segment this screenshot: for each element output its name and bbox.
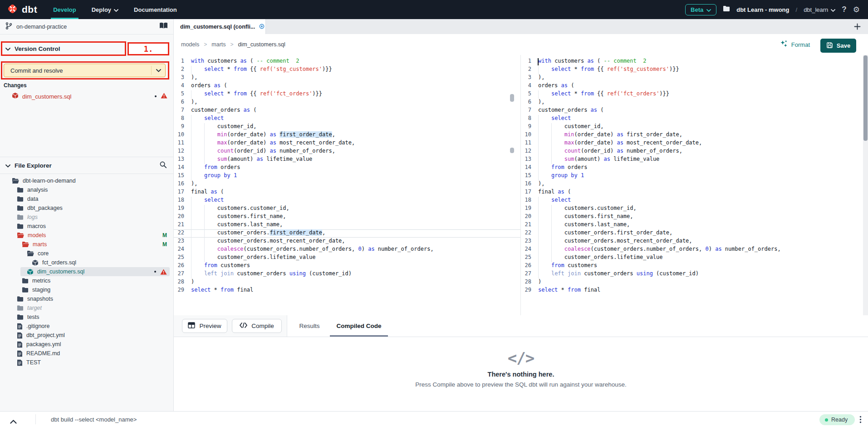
version-control-header[interactable]: Version Control: [5, 45, 60, 53]
code-line-8[interactable]: 8 select: [521, 115, 868, 123]
code-line-27[interactable]: 27 left join customer_orders using (cust…: [521, 270, 868, 278]
compile-button[interactable]: Compile: [232, 319, 282, 333]
breadcrumb-item[interactable]: models: [181, 41, 199, 48]
commit-and-resolve-button[interactable]: Commit and resolve: [4, 64, 166, 77]
code-line-4[interactable]: 4orders as (: [521, 82, 868, 90]
tree-item-dbt_packages[interactable]: dbt_packages: [0, 204, 173, 213]
code-line-28[interactable]: 28): [174, 278, 520, 287]
code-line-23[interactable]: 23 customer_orders.most_recent_order_dat…: [521, 238, 868, 246]
file-explorer-header[interactable]: File Explorer: [0, 157, 173, 174]
chevron-up-icon[interactable]: [10, 417, 17, 426]
scrollbar-marker[interactable]: [510, 148, 514, 153]
code-line-14[interactable]: 14 from orders: [174, 164, 520, 172]
breadcrumb-item[interactable]: marts: [211, 41, 226, 48]
code-line-5[interactable]: 5 select * from {{ ref('fct_orders')}}: [174, 90, 520, 99]
breadcrumb-item[interactable]: dim_customers.sql: [238, 41, 285, 48]
code-line-19[interactable]: 19 customers.customer_id,: [521, 205, 868, 213]
code-line-13[interactable]: 13 sum(amount) as lifetime_value: [521, 156, 868, 164]
tree-item-README.md[interactable]: README.md: [0, 349, 173, 358]
code-editor-right-pane[interactable]: 1with customers as ( -- comment 22 selec…: [520, 55, 868, 315]
code-line-28[interactable]: 28): [521, 278, 868, 287]
code-editor-left-pane[interactable]: 1with customers as ( -- comment 22 selec…: [174, 55, 520, 315]
kebab-menu-icon[interactable]: [859, 416, 862, 425]
tree-item-core[interactable]: core: [0, 249, 173, 258]
code-line-12[interactable]: 12 count(order_id) as number_of_orders,: [174, 148, 520, 156]
code-line-26[interactable]: 26 from customers: [174, 262, 520, 270]
tree-item-dbt_project.yml[interactable]: dbt_project.yml: [0, 331, 173, 340]
tree-item-macros[interactable]: macros: [0, 222, 173, 231]
tree-item-fct_orders.sql[interactable]: fct_orders.sql: [0, 258, 173, 267]
tree-item-dim_customers.sql[interactable]: dim_customers.sql: [0, 267, 173, 276]
tree-item-target[interactable]: target: [0, 303, 173, 313]
code-line-10[interactable]: 10 min(order_date) as first_order_date,: [521, 131, 868, 139]
tree-item-data[interactable]: data: [0, 194, 173, 204]
code-line-20[interactable]: 20 customers.first_name,: [521, 213, 868, 221]
dbt-logo[interactable]: dbt: [0, 3, 45, 17]
code-line-15[interactable]: 15 group by 1: [174, 172, 520, 180]
tree-item-metrics[interactable]: metrics: [0, 276, 173, 285]
code-line-25[interactable]: 25 customer_orders.lifetime_value: [521, 254, 868, 262]
code-line-17[interactable]: 17final as (: [174, 189, 520, 197]
code-line-25[interactable]: 25 customer_orders.lifetime_value: [174, 254, 520, 262]
code-line-18[interactable]: 18 select: [521, 197, 868, 205]
code-line-17[interactable]: 17final as (: [521, 189, 868, 197]
code-line-1[interactable]: 1with customers as ( -- comment 2: [521, 58, 868, 66]
code-line-7[interactable]: 7customer_orders as (: [174, 107, 520, 115]
beta-button[interactable]: Beta: [685, 4, 716, 15]
code-line-2[interactable]: 2 select * from {{ ref('stg_customers')}…: [521, 66, 868, 74]
code-line-22[interactable]: 22 customer_orders.first_order_date,: [521, 229, 868, 238]
changed-file-row[interactable]: dim_customers.sql: [0, 91, 173, 102]
project-name[interactable]: dbt Learn - mwong: [736, 6, 789, 13]
code-line-5[interactable]: 5 select * from {{ ref('fct_orders')}}: [521, 90, 868, 99]
code-line-27[interactable]: 27 left join customer_orders using (cust…: [174, 270, 520, 278]
code-line-29[interactable]: 29select * from final: [521, 287, 868, 295]
code-line-9[interactable]: 9 customer_id,: [174, 123, 520, 131]
commit-dropdown-chevron-icon[interactable]: [152, 69, 165, 72]
code-line-18[interactable]: 18 select: [174, 197, 520, 205]
save-button[interactable]: Save: [820, 39, 856, 53]
search-icon[interactable]: [159, 161, 167, 170]
code-line-16[interactable]: 16),: [521, 180, 868, 189]
docs-book-icon[interactable]: [159, 22, 168, 31]
environment-selector[interactable]: dbt_learn: [804, 6, 835, 13]
tree-item-.gitignore[interactable]: .gitignore: [0, 322, 173, 331]
tree-item-logs[interactable]: logs: [0, 213, 173, 222]
preview-button[interactable]: Preview: [182, 319, 227, 333]
tree-item-analysis[interactable]: analysis: [0, 185, 173, 194]
tree-item-dbt-learn-on-demand[interactable]: dbt-learn-on-demand: [0, 176, 173, 185]
command-input[interactable]: dbt build --select <model_name>: [51, 416, 137, 423]
code-line-10[interactable]: 10 min(order_date) as first_order_date,: [174, 131, 520, 139]
tree-item-models[interactable]: modelsM: [0, 231, 173, 240]
code-line-24[interactable]: 24 coalesce(customer_orders.number_of_or…: [521, 246, 868, 254]
code-line-22[interactable]: 22 customer_orders.first_order_date,: [174, 229, 520, 238]
code-line-23[interactable]: 23 customer_orders.most_recent_order_dat…: [174, 238, 520, 246]
code-line-11[interactable]: 11 max(order_date) as most_recent_order_…: [174, 139, 520, 148]
tree-item-TEST[interactable]: TEST: [0, 358, 173, 367]
scrollbar-marker[interactable]: [510, 94, 514, 102]
tree-item-snapshots[interactable]: snapshots: [0, 294, 173, 303]
code-line-3[interactable]: 3),: [521, 74, 868, 82]
code-line-29[interactable]: 29select * from final: [174, 287, 520, 295]
new-tab-plus-icon[interactable]: [854, 23, 861, 32]
code-line-19[interactable]: 19 customers.customer_id,: [174, 205, 520, 213]
code-line-11[interactable]: 11 max(order_date) as most_recent_order_…: [521, 139, 868, 148]
code-line-24[interactable]: 24 coalesce(customer_orders.number_of_or…: [174, 246, 520, 254]
tree-item-tests[interactable]: tests: [0, 313, 173, 322]
code-line-9[interactable]: 9 customer_id,: [521, 123, 868, 131]
nav-item-documentation[interactable]: Documentation: [126, 0, 185, 19]
code-line-6[interactable]: 6),: [521, 99, 868, 107]
code-line-13[interactable]: 13 sum(amount) as lifetime_value: [174, 156, 520, 164]
code-line-21[interactable]: 21 customers.last_name,: [521, 221, 868, 229]
code-line-14[interactable]: 14 from orders: [521, 164, 868, 172]
gear-icon[interactable]: ⚙: [853, 6, 860, 14]
help-icon[interactable]: ?: [842, 5, 846, 14]
code-line-15[interactable]: 15 group by 1: [521, 172, 868, 180]
nav-item-deploy[interactable]: Deploy: [84, 0, 126, 19]
code-line-6[interactable]: 6),: [174, 99, 520, 107]
code-line-8[interactable]: 8 select: [174, 115, 520, 123]
code-line-3[interactable]: 3),: [174, 74, 520, 82]
code-line-2[interactable]: 2 select * from {{ ref('stg_customers')}…: [174, 66, 520, 74]
code-line-21[interactable]: 21 customers.last_name,: [174, 221, 520, 229]
git-branch-selector[interactable]: on-demand-practice: [0, 19, 173, 35]
tree-item-marts[interactable]: martsM: [0, 240, 173, 249]
